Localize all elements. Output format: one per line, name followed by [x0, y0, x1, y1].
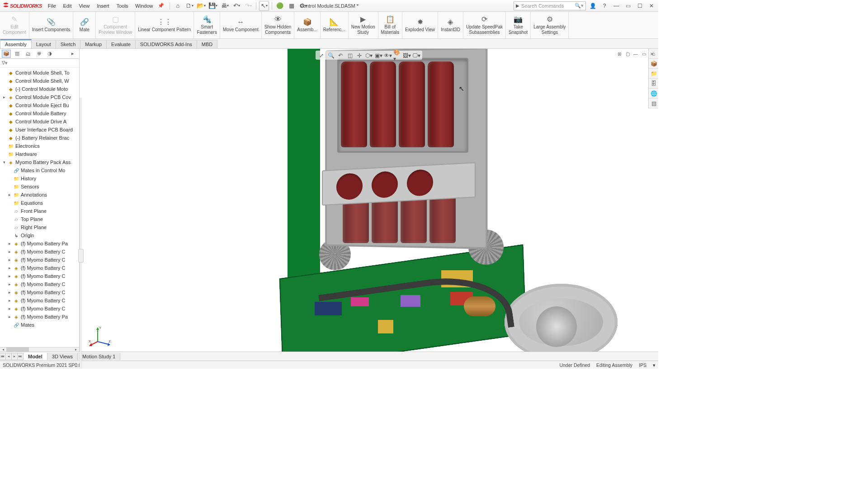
ribbon-smart-fasteners[interactable]: 🔩SmartFasteners	[194, 12, 220, 38]
previous-view-icon[interactable]: ↶	[336, 52, 344, 60]
expand-icon[interactable]: ▸	[7, 314, 12, 319]
ribbon-bom[interactable]: 📋Bill ofMaterials	[378, 12, 403, 38]
menu-view[interactable]: View	[75, 2, 93, 10]
cmd-tab-markup[interactable]: Markup	[80, 40, 107, 48]
tab-prev-icon[interactable]: ◂	[5, 353, 12, 360]
tab-next-icon[interactable]: ▸	[11, 353, 18, 360]
display-manager-tab-icon[interactable]: ◑	[45, 50, 54, 58]
maximize-icon[interactable]: ☐	[635, 2, 645, 10]
tree-item[interactable]: 📁History	[0, 174, 79, 183]
tree-item[interactable]: 📁Sensors	[0, 183, 79, 191]
status-units[interactable]: IPS	[639, 362, 646, 368]
tree-item[interactable]: ▸◈(f) Myomo Battery C	[0, 296, 79, 305]
tree-item[interactable]: 📁Electronics	[0, 142, 79, 150]
scroll-thumb[interactable]	[6, 347, 29, 352]
expand-icon[interactable]: ▸	[7, 266, 12, 270]
tree-item[interactable]: ◆Control Module Shell, To	[0, 69, 79, 77]
viewport-maximize-icon[interactable]: ▭	[640, 51, 647, 57]
single-view-icon[interactable]: ▢	[624, 51, 631, 57]
bottom-tab-motion-study-1[interactable]: Motion Study 1	[78, 353, 120, 360]
scroll-left-icon[interactable]: ◂	[0, 347, 6, 352]
tree-item[interactable]: ▱Front Plane	[0, 207, 79, 215]
expand-icon[interactable]: ▸	[2, 95, 6, 99]
expand-icon[interactable]: ▸	[7, 192, 12, 197]
tree-item[interactable]: ▸◈(f) Myomo Battery C	[0, 256, 79, 264]
property-manager-tab-icon[interactable]: ▥	[13, 50, 22, 58]
tree-item[interactable]: ▸◈(f) Myomo Battery C	[0, 248, 79, 256]
tree-item[interactable]: ▾◈Myomo Battery Pack Ass	[0, 158, 79, 166]
bottom-tab-model[interactable]: Model	[24, 353, 47, 360]
task-appearances-icon[interactable]: ▤	[649, 99, 658, 108]
menu-file[interactable]: File	[45, 2, 59, 10]
ribbon-move-comp[interactable]: ↔Move Component	[220, 12, 262, 38]
pin-menu-icon[interactable]: 📌	[158, 3, 164, 9]
help-icon[interactable]: ?	[599, 2, 609, 10]
feature-tree-tab-icon[interactable]: 📦	[2, 50, 11, 58]
status-dropdown-icon[interactable]: ▾	[653, 362, 656, 368]
cmd-tab-mbd[interactable]: MBD	[197, 40, 217, 48]
tree-item[interactable]: ▸◈(f) Myomo Battery C	[0, 305, 79, 313]
expand-icon[interactable]: ▸	[7, 306, 12, 311]
ribbon-show-hidden[interactable]: 👁Show HiddenComponents	[262, 12, 294, 38]
viewport-close-icon[interactable]: ✕	[648, 51, 656, 57]
tree-item[interactable]: ◆Control Module Shell, W	[0, 77, 79, 85]
link-views-icon[interactable]: ⊞	[616, 51, 623, 57]
tree-item[interactable]: ▱Top Plane	[0, 215, 79, 223]
tree-horizontal-scrollbar[interactable]: ◂ ▸	[0, 347, 79, 352]
tree-item[interactable]: ◆(-) Battery Retainer Brac	[0, 134, 79, 142]
tree-item[interactable]: 🔗Mates in Control Mo	[0, 166, 79, 174]
display-style-icon[interactable]: ▣▾	[374, 52, 382, 60]
menu-tools[interactable]: Tools	[113, 2, 132, 10]
zoom-area-icon[interactable]: 🔍	[327, 52, 335, 60]
dynamic-annotation-icon[interactable]: ✢	[355, 52, 363, 60]
cmd-tab-solidworks-add-ins[interactable]: SOLIDWORKS Add-Ins	[135, 40, 197, 48]
expand-icon[interactable]: ▸	[7, 274, 12, 278]
expand-icon[interactable]: ▸	[7, 298, 12, 303]
view-settings-icon[interactable]: 🖵▾	[412, 52, 420, 60]
ribbon-mate[interactable]: 🔗Mate	[73, 12, 96, 38]
bottom-tab-3d-views[interactable]: 3D Views	[47, 353, 78, 360]
task-resources-icon[interactable]: 📦	[649, 59, 658, 69]
dimxpert-tab-icon[interactable]: ⊕	[34, 50, 43, 58]
minimize-icon[interactable]: —	[611, 2, 621, 10]
tree-filter-icon[interactable]: ∇▾	[0, 59, 79, 68]
expand-icon[interactable]: ▸	[7, 249, 12, 254]
scroll-right-icon[interactable]: ▸	[73, 347, 79, 352]
search-commands-input[interactable]: ▶ Search Commands 🔍▾	[514, 1, 586, 10]
task-design-lib-icon[interactable]: 📁	[649, 69, 658, 79]
zoom-fit-icon[interactable]: ⤢	[317, 52, 326, 60]
viewport-minimize-icon[interactable]: —	[632, 51, 639, 57]
hide-show-icon[interactable]: 👁▾	[384, 52, 392, 60]
tree-item[interactable]: ◆User Interface PCB Board	[0, 126, 79, 134]
options-grid-icon[interactable]: ▦	[287, 1, 297, 11]
cmd-tab-evaluate[interactable]: Evaluate	[106, 40, 136, 48]
tree-item[interactable]: 📁Equations	[0, 199, 79, 207]
tree-item[interactable]: ▸◈(f) Myomo Battery C	[0, 280, 79, 288]
ribbon-snapshot[interactable]: 📷TakeSnapshot	[506, 12, 531, 38]
tab-last-icon[interactable]: ⏭	[17, 353, 24, 360]
save-icon[interactable]: 💾▾	[208, 1, 218, 11]
home-icon[interactable]: ⌂	[173, 1, 183, 11]
ribbon-exploded[interactable]: ✸Exploded View	[402, 12, 438, 38]
expand-icon[interactable]: ▸	[7, 290, 12, 295]
panel-splitter[interactable]	[80, 98, 81, 369]
tree-item[interactable]: ▱Right Plane	[0, 223, 79, 231]
open-doc-icon[interactable]: 📂▾	[196, 1, 206, 11]
ribbon-assembly-feat[interactable]: 📦Assemb...	[294, 12, 320, 38]
tree-item[interactable]: ↳Origin	[0, 231, 79, 239]
tree-item[interactable]: ◆(-) Control Module Moto	[0, 85, 79, 93]
expand-icon[interactable]: ▸	[7, 258, 12, 262]
search-icon[interactable]: 🔍▾	[575, 3, 584, 9]
tree-item[interactable]: 🔗Mates	[0, 321, 79, 329]
rebuild-icon[interactable]: 🟢	[275, 1, 285, 11]
tree-item[interactable]: ▸◈(f) Myomo Battery Pa	[0, 313, 79, 321]
cmd-tab-sketch[interactable]: Sketch	[56, 40, 81, 48]
edit-appearance-icon[interactable]: 🎨▾	[393, 52, 401, 60]
tree-item[interactable]: ▸📁Annotations	[0, 191, 79, 199]
select-icon[interactable]: ↖▾	[259, 1, 269, 11]
tree-item[interactable]: ▸◈(f) Myomo Battery C	[0, 264, 79, 272]
config-manager-tab-icon[interactable]: 🗂	[24, 50, 33, 58]
expand-icon[interactable]: ▾	[2, 160, 6, 164]
ribbon-motion-study[interactable]: ▶New MotionStudy	[349, 12, 378, 38]
tree-item[interactable]: ▸◈(f) Myomo Battery C	[0, 288, 79, 296]
